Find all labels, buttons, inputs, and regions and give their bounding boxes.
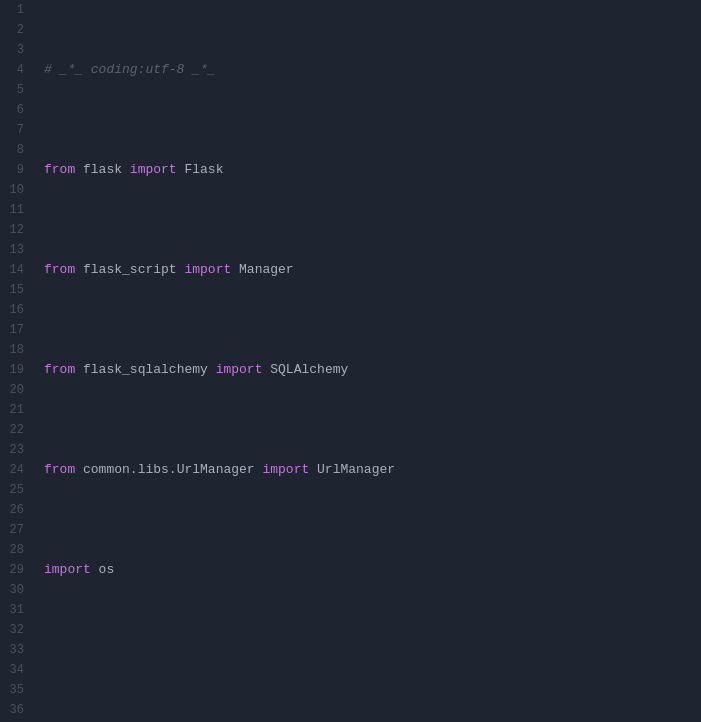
line-numbers: 1 2 3 4 5 6 7 8 9 10 11 12 13 14 15 16 1… [0, 0, 32, 722]
line-num-7: 7 [8, 120, 24, 140]
line-num-5: 5 [8, 80, 24, 100]
code-line-4: from flask_sqlalchemy import SQLAlchemy [44, 360, 701, 380]
line-num-20: 20 [8, 380, 24, 400]
line-num-3: 3 [8, 40, 24, 60]
code-line-7 [44, 660, 701, 680]
line-num-17: 17 [8, 320, 24, 340]
line-num-36: 36 [8, 700, 24, 720]
code-line-1: # _*_ coding:utf-8 _*_ [44, 60, 701, 80]
line-num-16: 16 [8, 300, 24, 320]
line-num-34: 34 [8, 660, 24, 680]
line-num-23: 23 [8, 440, 24, 460]
line-num-24: 24 [8, 460, 24, 480]
line-num-30: 30 [8, 580, 24, 600]
line-num-31: 31 [8, 600, 24, 620]
code-line-6: import os [44, 560, 701, 580]
line-num-22: 22 [8, 420, 24, 440]
line-num-29: 29 [8, 560, 24, 580]
line-num-9: 9 [8, 160, 24, 180]
line-num-1: 1 [8, 0, 24, 20]
code-line-5: from common.libs.UrlManager import UrlMa… [44, 460, 701, 480]
line-num-33: 33 [8, 640, 24, 660]
code-editor: 1 2 3 4 5 6 7 8 9 10 11 12 13 14 15 16 1… [0, 0, 701, 722]
line-num-15: 15 [8, 280, 24, 300]
line-num-26: 26 [8, 500, 24, 520]
line-num-11: 11 [8, 200, 24, 220]
line-num-14: 14 [8, 260, 24, 280]
line-num-4: 4 [8, 60, 24, 80]
line-num-10: 10 [8, 180, 24, 200]
line-num-2: 2 [8, 20, 24, 40]
line-num-8: 8 [8, 140, 24, 160]
line-num-32: 32 [8, 620, 24, 640]
line-num-35: 35 [8, 680, 24, 700]
line-num-18: 18 [8, 340, 24, 360]
line-num-25: 25 [8, 480, 24, 500]
code-line-2: from flask import Flask [44, 160, 701, 180]
line-num-27: 27 [8, 520, 24, 540]
line-num-13: 13 [8, 240, 24, 260]
line-num-6: 6 [8, 100, 24, 120]
line-num-19: 19 [8, 360, 24, 380]
code-lines: # _*_ coding:utf-8 _*_ from flask import… [32, 0, 701, 722]
code-line-3: from flask_script import Manager [44, 260, 701, 280]
line-num-12: 12 [8, 220, 24, 240]
line-num-28: 28 [8, 540, 24, 560]
line-num-21: 21 [8, 400, 24, 420]
